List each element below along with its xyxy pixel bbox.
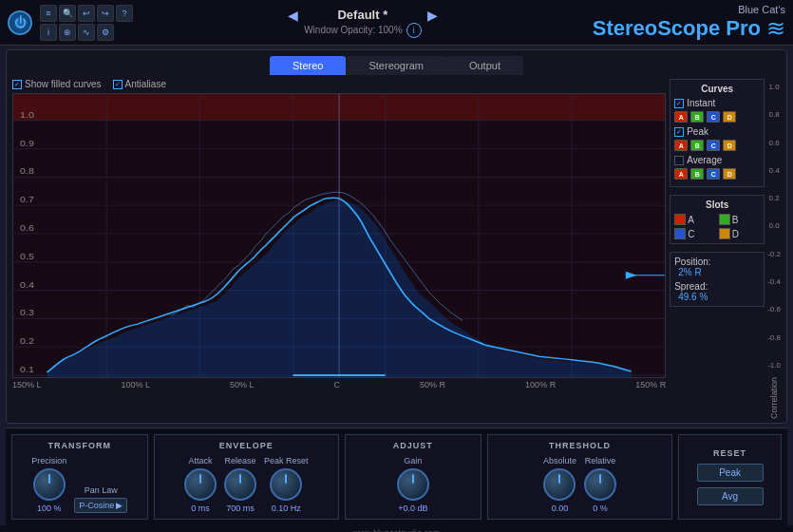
release-item: Release 700 ms: [224, 456, 256, 513]
peak-slot-a[interactable]: A: [674, 140, 688, 151]
svg-text:0.7: 0.7: [20, 195, 34, 204]
svg-text:0.9: 0.9: [20, 138, 34, 147]
adjust-group: ADJUST Gain +0.0 dB: [345, 434, 481, 520]
avg-slot-a[interactable]: A: [674, 168, 688, 180]
x-label-50r: 50% R: [420, 380, 445, 390]
magnify-icon[interactable]: ⊕: [59, 24, 76, 41]
window-opacity-row: Window Opacity: 100% i: [304, 23, 421, 38]
gear-icon[interactable]: ⚙: [97, 24, 114, 41]
show-filled-curves-label: Show filled curves: [25, 79, 102, 89]
envelope-title: ENVELOPE: [164, 441, 330, 450]
corr-scale-6: 0.0: [769, 221, 780, 230]
opacity-info-icon[interactable]: i: [406, 23, 422, 38]
avg-reset-button[interactable]: Avg: [697, 487, 764, 505]
antialias-cb-icon: ✓: [113, 80, 123, 89]
curves-title: Curves: [674, 84, 760, 94]
instant-slot-d[interactable]: D: [723, 111, 736, 123]
precision-knob[interactable]: [33, 468, 66, 501]
peak-reset-button[interactable]: Peak: [697, 464, 764, 482]
transform-group: TRANSFORM Precision 100 % Pan Law P-Cosi…: [11, 434, 148, 520]
corr-scale-3: 0.6: [769, 139, 780, 147]
peak-slot-b[interactable]: B: [690, 140, 704, 151]
antialias-checkbox[interactable]: ✓ Antialiase: [113, 79, 166, 89]
absolute-value: 0.00: [552, 504, 569, 513]
slot-d-item[interactable]: D: [719, 228, 761, 239]
corr-scale-4: 0.4: [769, 166, 780, 175]
peak-reset-knob[interactable]: [270, 468, 302, 501]
transform-knobs: Precision 100 % Pan Law P-Cosine ▶: [22, 456, 138, 513]
x-label-50l: 50% L: [230, 380, 255, 390]
avg-slot-c[interactable]: C: [707, 168, 720, 180]
instant-slot-a[interactable]: A: [674, 111, 688, 123]
info-icon[interactable]: i: [40, 24, 57, 41]
precision-item: Precision 100 %: [31, 456, 66, 513]
release-knob[interactable]: [224, 468, 256, 501]
waveform-icon[interactable]: ∿: [78, 24, 95, 41]
pan-law-dropdown[interactable]: P-Cosine ▶: [74, 498, 127, 513]
position-label: Position:: [674, 256, 710, 267]
peak-checkbox[interactable]: ✓: [674, 127, 684, 137]
svg-text:0.6: 0.6: [20, 223, 34, 233]
toolbar-left: ⏻ ≡ 🔍 ↩ ↪ ? i ⊕ ∿ ⚙: [8, 5, 133, 41]
power-button[interactable]: ⏻: [8, 10, 32, 35]
average-row: Average: [674, 155, 760, 165]
dropdown-arrow-icon: ▶: [116, 501, 123, 510]
help-icon[interactable]: ?: [116, 5, 133, 22]
brand-name: Blue Cat's: [593, 4, 785, 15]
release-value: 700 ms: [226, 504, 255, 513]
x-label-150l: 150% L: [12, 380, 42, 390]
corr-scale-10: -0.8: [767, 333, 781, 342]
absolute-knob[interactable]: [543, 468, 576, 501]
corr-scale-11: -1.0: [767, 361, 781, 370]
tab-stereogram[interactable]: Stereogram: [346, 56, 445, 75]
prev-preset-button[interactable]: ◀: [288, 8, 298, 23]
tab-bar: Stereo Stereogram Output: [7, 50, 786, 75]
window-opacity-label: Window Opacity: 100%: [304, 25, 402, 35]
corr-scale-5: 0.2: [769, 194, 780, 202]
corr-scale-9: -0.6: [767, 305, 781, 314]
footer: www.bluecataudio.com: [0, 525, 793, 532]
gain-knob[interactable]: [397, 468, 429, 501]
relative-value: 0 %: [593, 504, 608, 513]
pan-law-value: P-Cosine: [79, 501, 114, 510]
average-slots: A B C D: [674, 168, 760, 180]
avg-slot-d[interactable]: D: [723, 168, 736, 180]
redo-icon[interactable]: ↪: [97, 5, 114, 22]
spectrum-chart[interactable]: 1.0 0.9 0.8 0.7 0.6 0.5 0.4 0.3 0.2 0.1: [12, 93, 666, 378]
chart-container: ✓ Show filled curves ✓ Antialiase: [12, 79, 666, 419]
undo-icon[interactable]: ↩: [78, 5, 95, 22]
svg-text:0.5: 0.5: [20, 252, 34, 261]
spread-label: Spread:: [674, 281, 708, 292]
next-preset-button[interactable]: ▶: [427, 8, 438, 23]
curves-panel: Curves ✓ Instant A B C D ✓ Peak: [670, 79, 765, 187]
avg-slot-b[interactable]: B: [690, 168, 704, 180]
attack-knob[interactable]: [184, 468, 217, 501]
footer-url: www.bluecataudio.com: [352, 528, 440, 532]
corr-scale-8: -0.4: [767, 277, 781, 286]
slot-d-square: [719, 228, 730, 239]
peak-slot-d[interactable]: D: [723, 140, 736, 151]
slot-b-square: [719, 214, 730, 225]
slot-b-item[interactable]: B: [719, 214, 761, 225]
peak-slot-c[interactable]: C: [707, 140, 720, 151]
average-checkbox[interactable]: [674, 156, 684, 165]
threshold-knobs: Absolute 0.00 Relative 0 %: [498, 456, 663, 513]
tab-stereo[interactable]: Stereo: [270, 56, 346, 75]
slot-c-item[interactable]: C: [674, 228, 716, 239]
tab-output[interactable]: Output: [446, 56, 523, 75]
search-icon[interactable]: 🔍: [59, 5, 76, 22]
instant-slot-c[interactable]: C: [707, 111, 720, 123]
instant-label: Instant: [687, 98, 725, 108]
menu-icon[interactable]: ≡: [40, 5, 57, 22]
instant-checkbox[interactable]: ✓: [674, 99, 684, 108]
chart-svg: 1.0 0.9 0.8 0.7 0.6 0.5 0.4 0.3 0.2 0.1: [13, 94, 665, 377]
slot-b-label: B: [732, 215, 739, 225]
peak-reset-value: 0.10 Hz: [272, 504, 301, 513]
branding: Blue Cat's StereoScope Pro ≋: [593, 4, 785, 42]
relative-knob[interactable]: [584, 468, 616, 501]
antialias-label: Antialiase: [125, 79, 166, 89]
instant-slot-b[interactable]: B: [690, 111, 704, 123]
slot-a-item[interactable]: A: [674, 214, 716, 225]
show-filled-curves-checkbox[interactable]: ✓ Show filled curves: [12, 79, 102, 89]
peak-slots: A B C D: [674, 140, 760, 151]
